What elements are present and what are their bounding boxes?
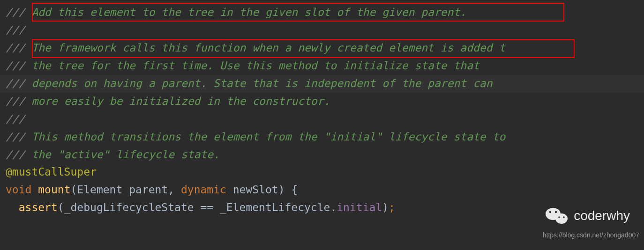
doc-comment-slash: /// bbox=[6, 95, 25, 107]
doc-comment-text: more easily be initialized in the constr… bbox=[25, 95, 330, 107]
code-line-1[interactable]: /// Add this element to the tree in the … bbox=[6, 4, 644, 22]
doc-comment-text: The framework calls this function when a… bbox=[25, 42, 499, 54]
code-line-3[interactable]: /// The framework calls this function wh… bbox=[6, 39, 644, 57]
doc-comment-slash: /// bbox=[6, 77, 25, 89]
code-line-8[interactable]: /// This method transitions the element … bbox=[6, 128, 644, 146]
svg-point-4 bbox=[558, 216, 560, 218]
svg-point-1 bbox=[555, 213, 568, 224]
debug-variable: _debugLifecycleState bbox=[64, 201, 194, 213]
paren-open: ( bbox=[58, 201, 64, 213]
code-line-7[interactable]: /// bbox=[6, 110, 644, 128]
doc-comment-slash: /// bbox=[6, 148, 25, 161]
code-line-5[interactable]: /// depends on having a parent. State th… bbox=[6, 75, 644, 93]
code-line-2[interactable]: /// bbox=[6, 22, 644, 39]
doc-comment-slash: /// bbox=[6, 131, 25, 143]
svg-point-2 bbox=[549, 211, 551, 213]
code-line-10[interactable]: @mustCallSuper bbox=[6, 163, 644, 181]
annotation: @mustCallSuper bbox=[6, 166, 97, 178]
doc-comment-text: the "active" lifecycle state. bbox=[25, 148, 220, 161]
doc-comment-slash: /// bbox=[6, 24, 25, 36]
doc-comment-slash: /// bbox=[6, 59, 25, 72]
code-line-9[interactable]: /// the "active" lifecycle state. bbox=[6, 146, 644, 164]
paren-close-brace: ) { bbox=[278, 184, 298, 196]
enum-class: _ElementLifecycle bbox=[220, 201, 330, 213]
param-parent: parent bbox=[129, 184, 168, 196]
svg-point-3 bbox=[555, 211, 557, 213]
type-element: Element bbox=[77, 184, 122, 196]
doc-comment-slash: /// bbox=[6, 6, 25, 18]
watermark-name: coderwhy bbox=[574, 205, 630, 227]
enum-value: initial bbox=[337, 201, 382, 213]
comma: , bbox=[168, 184, 181, 196]
code-line-6[interactable]: /// more easily be initialized in the co… bbox=[6, 93, 644, 110]
keyword-dynamic: dynamic bbox=[181, 184, 226, 196]
semicolon: ; bbox=[389, 201, 395, 213]
param-newslot: newSlot bbox=[233, 184, 278, 196]
doc-comment-slash: /// bbox=[6, 42, 25, 54]
method-name: mount bbox=[38, 184, 70, 196]
paren-close: ) bbox=[382, 201, 389, 213]
svg-point-5 bbox=[563, 216, 565, 218]
doc-comment-text: the tree for the first time. Use this me… bbox=[25, 59, 479, 72]
equals-operator: == bbox=[194, 201, 220, 213]
doc-comment-slash: /// bbox=[6, 113, 25, 125]
watermark: coderwhy bbox=[546, 205, 630, 227]
watermark-url: https://blog.csdn.net/zhongad007 bbox=[543, 230, 639, 241]
code-line-4[interactable]: /// the tree for the first time. Use thi… bbox=[6, 57, 644, 75]
assert-call: assert bbox=[19, 201, 58, 213]
doc-comment-text: depends on having a parent. State that i… bbox=[25, 77, 493, 89]
doc-comment-text: This method transitions the element from… bbox=[25, 131, 506, 143]
wechat-icon bbox=[546, 206, 568, 225]
paren-open: ( bbox=[71, 184, 77, 196]
keyword-void: void bbox=[6, 184, 31, 196]
code-line-11[interactable]: void mount(Element parent, dynamic newSl… bbox=[6, 181, 644, 199]
dot: . bbox=[330, 201, 337, 213]
doc-comment-text: Add this element to the tree in the give… bbox=[25, 6, 467, 18]
doc-comment-trail: t bbox=[499, 42, 505, 54]
